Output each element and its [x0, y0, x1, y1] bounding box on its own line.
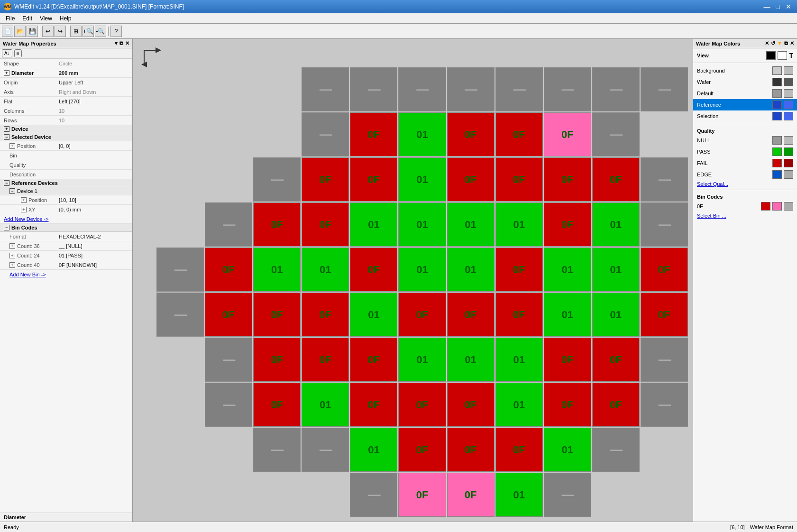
grid-cell[interactable]: 0F	[205, 293, 252, 337]
grid-cell[interactable]: 0F	[495, 157, 543, 202]
fit-button[interactable]: ⊞	[70, 26, 82, 37]
count24-expand[interactable]: +	[9, 253, 15, 258]
grid-cell[interactable]: 0F	[205, 248, 252, 292]
grid-cell[interactable]: —	[592, 428, 640, 472]
reference-row[interactable]: Reference	[693, 99, 797, 110]
wafer-swatch2[interactable]	[784, 78, 793, 86]
grid-cell[interactable]: 01	[495, 202, 543, 247]
grid-cell[interactable]: 01	[544, 248, 591, 292]
grid-cell[interactable]: 0F	[350, 248, 397, 292]
diameter-expand[interactable]: +	[4, 70, 9, 76]
grid-cell[interactable]	[156, 112, 204, 156]
grid-cell[interactable]: —	[156, 248, 204, 292]
grid-cell[interactable]: 0F	[544, 112, 591, 156]
grid-cell[interactable]	[253, 473, 301, 517]
grid-cell[interactable]	[156, 473, 204, 517]
grid-cell[interactable]	[641, 112, 688, 156]
position-expand[interactable]: +	[9, 143, 15, 149]
grid-cell[interactable]: —	[253, 428, 301, 472]
grid-cell[interactable]: 0F	[253, 202, 301, 247]
right-panel-filter-btn[interactable]: ▼	[777, 40, 782, 46]
grid-cell[interactable]: —	[495, 67, 543, 111]
new-button[interactable]: 📄	[2, 26, 13, 37]
background-swatch1[interactable]	[772, 66, 782, 75]
add-bin-label[interactable]: Add New Bin ->	[0, 270, 57, 279]
view-white-swatch[interactable]	[778, 51, 787, 60]
add-device-label[interactable]: Add New Device ->	[0, 214, 57, 223]
left-panel-pin[interactable]: ▾	[115, 40, 118, 46]
select-bin-link[interactable]: Select Bin ...	[693, 212, 797, 220]
grid-cell[interactable]: 01	[253, 248, 301, 292]
grid-cell[interactable]: 0F	[253, 383, 301, 427]
grid-cell[interactable]	[205, 428, 252, 472]
grid-cell[interactable]: 0F	[398, 383, 446, 427]
grid-cell[interactable]: 0F	[350, 112, 397, 156]
device1-expand[interactable]: −	[9, 188, 15, 194]
device-expand[interactable]: +	[4, 126, 9, 132]
left-panel-close[interactable]: ✕	[125, 40, 129, 46]
grid-cell[interactable]: 01	[592, 248, 640, 292]
wafer-swatch1[interactable]	[772, 78, 782, 86]
grid-cell[interactable]: 01	[447, 202, 495, 247]
grid-cell[interactable]: —	[205, 202, 252, 247]
grid-cell[interactable]	[205, 67, 252, 111]
grid-cell[interactable]: —	[544, 473, 591, 517]
grid-cell[interactable]: 0F	[641, 248, 688, 292]
grid-cell[interactable]: —	[447, 67, 495, 111]
help-button[interactable]: ?	[110, 26, 122, 37]
ref-devices-expand[interactable]: −	[4, 180, 9, 186]
background-swatch2[interactable]	[784, 66, 793, 75]
grid-cell[interactable]: —	[641, 338, 688, 382]
view-t-button[interactable]: T	[789, 52, 793, 59]
grid-cell[interactable]: —	[253, 157, 301, 202]
grid-cell[interactable]	[156, 383, 204, 427]
grid-cell[interactable]: —	[350, 473, 397, 517]
default-swatch1[interactable]	[772, 89, 782, 98]
grid-cell[interactable]: 0F	[447, 428, 495, 472]
undo-button[interactable]: ↩	[42, 26, 54, 37]
wafer-grid[interactable]: —————————0F010F0F0F——0F0F010F0F0F0F——0F0…	[156, 67, 688, 517]
grid-cell[interactable]: —	[641, 157, 688, 202]
open-button[interactable]: 📂	[14, 26, 26, 37]
grid-cell[interactable]: —	[592, 112, 640, 156]
grid-cell[interactable]: 0F	[253, 293, 301, 337]
redo-button[interactable]: ↪	[55, 26, 66, 37]
edge-swatch1[interactable]	[772, 170, 782, 179]
dev1-position-expand[interactable]: +	[21, 197, 27, 203]
minimize-button[interactable]: —	[762, 3, 772, 10]
grid-cell[interactable]: —	[302, 112, 349, 156]
grid-cell[interactable]: 01	[495, 383, 543, 427]
grid-cell[interactable]: 0F	[544, 383, 591, 427]
grid-cell[interactable]: 0F	[592, 383, 640, 427]
grid-cell[interactable]: —	[641, 67, 688, 111]
dev1-xy-expand[interactable]: +	[21, 207, 27, 212]
right-panel-close-btn[interactable]: ✕	[765, 40, 769, 46]
grid-cell[interactable]: 0F	[592, 157, 640, 202]
save-button[interactable]: 💾	[27, 26, 38, 37]
reference-swatch2[interactable]	[784, 101, 793, 109]
grid-cell[interactable]: —	[544, 67, 591, 111]
grid-cell[interactable]: 01	[398, 338, 446, 382]
grid-cell[interactable]: 0F	[495, 248, 543, 292]
grid-cell[interactable]: 0F	[447, 383, 495, 427]
grid-cell[interactable]: 0F	[302, 157, 349, 202]
grid-cell[interactable]: 0F	[302, 202, 349, 247]
left-panel-float[interactable]: ⧉	[119, 40, 123, 46]
grid-cell[interactable]: 01	[350, 428, 397, 472]
bin-codes-expand[interactable]: −	[4, 225, 9, 230]
selected-device-expand[interactable]: −	[4, 134, 9, 140]
grid-cell[interactable]: 0F	[350, 157, 397, 202]
grid-cell[interactable]: —	[641, 202, 688, 247]
bin-0f-swatch2[interactable]	[772, 202, 782, 211]
grid-cell[interactable]: —	[350, 67, 397, 111]
menu-edit[interactable]: Edit	[18, 14, 36, 23]
bin-0f-swatch1[interactable]	[761, 202, 770, 211]
menu-file[interactable]: File	[2, 14, 18, 23]
grid-cell[interactable]: 0F	[350, 338, 397, 382]
grid-cell[interactable]: 01	[398, 112, 446, 156]
pass-swatch1[interactable]	[772, 147, 782, 156]
grid-cell[interactable]: 0F	[447, 157, 495, 202]
grid-cell[interactable]	[205, 112, 252, 156]
menu-help[interactable]: Help	[56, 14, 75, 23]
menu-view[interactable]: View	[36, 14, 56, 23]
